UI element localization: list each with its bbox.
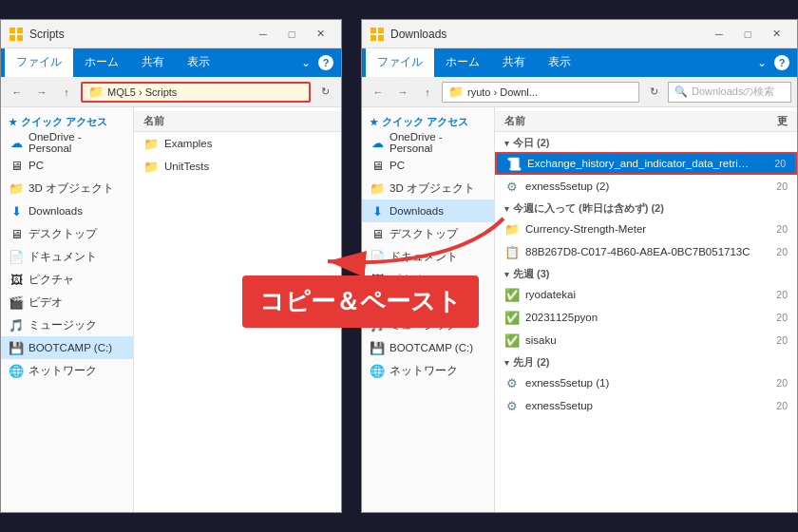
search-box-right[interactable]: 🔍 Downloadsの検索	[668, 82, 791, 103]
sidebar-video-left[interactable]: 🎬 ビデオ	[1, 291, 133, 314]
address-path-right[interactable]: 📁 ryuto › Downl...	[442, 82, 639, 103]
video-icon-left: 🎬	[9, 294, 24, 310]
sidebar-downloads-left[interactable]: ⬇ Downloads	[1, 200, 133, 222]
quick-access-header-right[interactable]: クイック アクセス	[362, 111, 494, 131]
sidebar-network-right[interactable]: 🌐 ネットワーク	[362, 359, 494, 382]
file-name-pyon: 20231125pyon	[525, 312, 755, 323]
sidebar-3d-right[interactable]: 📁 3D オブジェクト	[362, 177, 494, 200]
sidebar-desktop-left[interactable]: 🖥 デスクトップ	[1, 222, 133, 245]
svg-rect-5	[378, 28, 384, 33]
forward-button-right[interactable]: →	[392, 82, 413, 103]
right-address-bar: ← → ↑ 📁 ryuto › Downl... ↻ 🔍 Downloadsの検…	[362, 77, 797, 107]
onedrive-icon-right: ☁	[370, 135, 385, 150]
bootcamp-icon-left: 💾	[9, 340, 24, 355]
section-lastmonth: 先月 (2)	[495, 352, 797, 371]
right-close-button[interactable]: ✕	[763, 24, 789, 45]
green-icon-pyon: ✅	[504, 310, 520, 325]
ribbon-tab-share-right[interactable]: 共有	[491, 48, 537, 77]
sidebar-onedrive-right[interactable]: ☁ OneDrive - Personal	[362, 131, 494, 154]
file-date-exness1: 20	[759, 377, 788, 389]
sidebar-pictures-right[interactable]: 🖼 ピクチャ	[362, 268, 494, 291]
ribbon-help-icon-right: ?	[774, 55, 789, 70]
file-name-sisaku: sisaku	[525, 334, 755, 346]
green-icon-sisaku: ✅	[504, 332, 520, 348]
right-file-list: 名前 更 今日 (2) 📜 Exchange_history_and_indic…	[495, 107, 797, 512]
sidebar-pc-left[interactable]: 🖥 PC	[1, 154, 133, 177]
file-name-examples: Examples	[164, 138, 332, 149]
sidebar-bootcamp-right[interactable]: 💾 BOOTCAMP (C:)	[362, 336, 494, 359]
quick-access-header-left[interactable]: クイック アクセス	[1, 111, 133, 131]
file-exchange-history[interactable]: 📜 Exchange_history_and_indicator_data_re…	[495, 152, 797, 175]
onedrive-icon-left: ☁	[9, 135, 24, 150]
file-guid[interactable]: 📋 88B267D8-C017-4B60-A8EA-0BC7B051713C 2…	[495, 240, 797, 263]
ribbon-tab-view-right[interactable]: 表示	[537, 48, 582, 77]
forward-button-left[interactable]: →	[31, 82, 52, 103]
sidebar-documents-left[interactable]: 📄 ドキュメント	[1, 245, 133, 268]
refresh-button-right[interactable]: ↻	[643, 82, 664, 103]
ribbon-tab-home-left[interactable]: ホーム	[73, 48, 130, 77]
ribbon-tab-file-left[interactable]: ファイル	[5, 48, 73, 77]
refresh-button-left[interactable]: ↻	[314, 82, 335, 103]
file-currency-meter[interactable]: 📁 Currency-Strength-Meter 20	[495, 218, 797, 240]
section-thisweek: 今週に入って (昨日は含めず) (2)	[495, 198, 797, 218]
sidebar-music-right[interactable]: 🎵 ミュージック	[362, 314, 494, 336]
file-name-exness: exness5setup	[525, 400, 755, 411]
sidebar-3d-left[interactable]: 📁 3D オブジェクト	[1, 177, 133, 200]
right-maximize-button[interactable]: □	[734, 24, 761, 45]
up-button-left[interactable]: ↑	[56, 82, 77, 103]
left-window: Scripts ─ □ ✕ ファイル ホーム 共有 表示 ⌄ ? ← → ↑ 📁	[0, 19, 342, 513]
file-examples[interactable]: 📁 Examples	[134, 132, 341, 155]
back-button-left[interactable]: ←	[7, 82, 28, 103]
file-date-exchange: 20	[757, 158, 786, 169]
right-title-bar: Downloads ─ □ ✕	[362, 20, 797, 48]
file-exness5setup-2[interactable]: ⚙ exness5setup (2) 20	[495, 175, 797, 198]
ribbon-tab-file-right[interactable]: ファイル	[366, 48, 434, 77]
app-icon-exness: ⚙	[504, 398, 520, 413]
sidebar-video-right[interactable]: 🎬 ビデオ	[362, 291, 494, 314]
ribbon-tab-share-left[interactable]: 共有	[130, 48, 176, 77]
left-address-bar: ← → ↑ 📁 MQL5 › Scripts ↻	[1, 77, 341, 107]
search-placeholder-right: Downloadsの検索	[692, 85, 774, 99]
file-date-pyon: 20	[759, 312, 788, 323]
ribbon-expand-icon: ⌄	[301, 56, 311, 69]
file-date-exness: 20	[759, 400, 788, 411]
ribbon-tab-home-right[interactable]: ホーム	[434, 48, 491, 77]
file-exness5setup[interactable]: ⚙ exness5setup 20	[495, 394, 797, 417]
ribbon-tab-view-left[interactable]: 表示	[176, 48, 221, 77]
file-20231125pyon[interactable]: ✅ 20231125pyon 20	[495, 306, 797, 329]
sidebar-music-left[interactable]: 🎵 ミュージック	[1, 314, 133, 336]
sidebar-documents-right[interactable]: 📄 ドキュメント	[362, 245, 494, 268]
file-date-sisaku: 20	[759, 334, 788, 346]
file-exness5setup-1[interactable]: ⚙ exness5setup (1) 20	[495, 371, 797, 394]
sidebar-bootcamp-left[interactable]: 💾 BOOTCAMP (C:)	[1, 336, 133, 359]
documents-icon-left: 📄	[9, 249, 24, 264]
close-button[interactable]: ✕	[307, 24, 333, 45]
minimize-button[interactable]: ─	[250, 24, 276, 45]
file-date-guid: 20	[759, 246, 788, 257]
downloads-icon-right: ⬇	[370, 203, 385, 218]
sidebar-desktop-right[interactable]: 🖥 デスクトップ	[362, 222, 494, 245]
sidebar-network-left[interactable]: 🌐 ネットワーク	[1, 359, 133, 382]
section-lastweek: 先週 (3)	[495, 263, 797, 283]
right-minimize-button[interactable]: ─	[706, 24, 732, 45]
address-path-left[interactable]: 📁 MQL5 › Scripts	[81, 82, 311, 103]
sidebar-onedrive-left[interactable]: ☁ OneDrive - Personal	[1, 131, 133, 154]
network-icon-right: 🌐	[370, 363, 385, 378]
network-icon-left: 🌐	[9, 363, 24, 378]
file-unittests[interactable]: 📁 UnitTests	[134, 155, 341, 178]
maximize-button[interactable]: □	[278, 24, 305, 45]
svg-rect-7	[378, 35, 384, 41]
window-icon	[9, 27, 24, 42]
back-button-right[interactable]: ←	[368, 82, 389, 103]
file-sisaku[interactable]: ✅ sisaku 20	[495, 329, 797, 352]
file-ryodatekai[interactable]: ✅ ryodatekai 20	[495, 283, 797, 306]
sidebar-pictures-left[interactable]: 🖼 ピクチャ	[1, 268, 133, 291]
sidebar-downloads-right[interactable]: ⬇ Downloads	[362, 200, 494, 222]
up-button-right[interactable]: ↑	[417, 82, 438, 103]
downloads-icon-left: ⬇	[9, 203, 24, 218]
video-icon-right: 🎬	[370, 294, 385, 310]
sidebar-pc-right[interactable]: 🖥 PC	[362, 154, 494, 177]
script-icon-exchange: 📜	[506, 156, 522, 171]
ribbon-expand-icon-right: ⌄	[757, 56, 767, 69]
file-date-currency: 20	[759, 223, 788, 235]
